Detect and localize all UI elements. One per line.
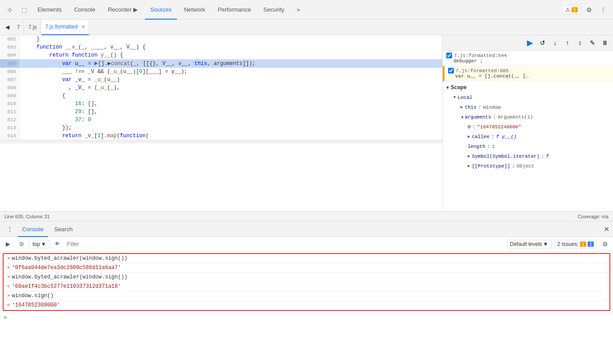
console-toolbar: ▶ ⊘ top ▼ 👁 Default levels ▼ 2 Issues: 1… bbox=[0, 237, 613, 251]
console-input-row: > bbox=[0, 313, 613, 323]
callee-expand[interactable]: ▶ bbox=[468, 133, 470, 141]
step-button[interactable]: ↕ bbox=[575, 37, 585, 48]
callstack-item-2: 7.js:formatted:605 var u__ = [].concat(_… bbox=[443, 66, 613, 81]
step-into-button[interactable]: ↓ bbox=[550, 37, 560, 48]
code-area: 602 } 603 function __v_(_, ____, v__, V_… bbox=[0, 35, 613, 211]
proto-expand[interactable]: ▶ bbox=[468, 162, 470, 170]
symbol-expand[interactable]: ▶ bbox=[468, 152, 470, 160]
back-button[interactable]: ◀ bbox=[2, 22, 12, 33]
scope-callee: ▶ callee : f y__() bbox=[450, 132, 613, 142]
more-menu-button[interactable]: ⋮ bbox=[597, 4, 609, 16]
args-key: arguments bbox=[465, 113, 491, 121]
file-tab-7js-formatted[interactable]: 7.js:formatted ✕ bbox=[41, 20, 89, 35]
resume-button[interactable]: ▶ bbox=[525, 37, 535, 48]
settings-button[interactable]: ⚙ bbox=[583, 4, 595, 16]
file-tab-7js[interactable]: 7.js bbox=[25, 20, 41, 35]
scope-arguments: ▼ arguments : Arguments(1) bbox=[450, 112, 613, 122]
horizontal-scrollbar[interactable] bbox=[0, 140, 442, 143]
tab-network[interactable]: Network bbox=[179, 0, 211, 20]
console-output[interactable]: > window.byted_acrawler(window.sign()) <… bbox=[0, 251, 613, 364]
arg-0-val: "1647852240000" bbox=[477, 123, 521, 131]
entry-arrow-2: < bbox=[7, 265, 10, 270]
step-into-icon: ↓ bbox=[554, 39, 557, 46]
callee-val: f y__() bbox=[496, 133, 517, 141]
console-tab-console[interactable]: Console bbox=[18, 221, 48, 237]
console-input[interactable] bbox=[9, 315, 609, 321]
step-out-button[interactable]: ↑ bbox=[562, 37, 573, 48]
line-content: var _v_ = _u_(u__) bbox=[20, 76, 442, 84]
tab-console[interactable]: Console bbox=[69, 0, 101, 20]
scope-header[interactable]: ▼ Scope bbox=[443, 83, 613, 93]
tab-performance[interactable]: Performance bbox=[212, 0, 256, 20]
default-levels-label: Default levels bbox=[510, 241, 542, 247]
code-line-612: 612 37: 0 bbox=[0, 116, 442, 124]
block-button[interactable]: ⊘ bbox=[16, 239, 27, 249]
callstack-file-2: 7.js:formatted:605 bbox=[456, 68, 509, 74]
scope-local: ▼ Local ▶ this : Window ▼ bbox=[443, 93, 613, 171]
tab-elements[interactable]: Elements bbox=[32, 0, 67, 20]
step-over-icon: ↺ bbox=[540, 39, 545, 46]
entry-text-1: window.byted_acrawler(window.sign()) bbox=[12, 255, 606, 262]
entry-text-2: '0f6aa044de7ea3dc2809c586d11a6aa7' bbox=[12, 265, 121, 271]
line-number: 604 bbox=[0, 51, 20, 59]
entry-arrow-6: < bbox=[7, 303, 10, 308]
proto-val: Object bbox=[517, 162, 535, 170]
code-line-604: 604 return function y__() { bbox=[0, 51, 442, 59]
pause-button[interactable]: ⏸ bbox=[600, 37, 610, 48]
callstack-checkbox-1[interactable] bbox=[446, 53, 452, 58]
eye-icon: 👁 bbox=[54, 241, 60, 247]
toggle-panel-button[interactable]: ⬚ bbox=[18, 4, 30, 16]
cursor-icon-button[interactable]: ⊹ bbox=[4, 4, 16, 16]
eye-button[interactable]: 👁 bbox=[52, 239, 63, 249]
callstack-entry-2[interactable]: 7.js:formatted:605 var u__ = [].concat(_… bbox=[443, 66, 613, 81]
file-tab-7[interactable]: 7 bbox=[13, 20, 24, 35]
deactivate-icon: ✎ bbox=[590, 39, 595, 46]
filter-input[interactable] bbox=[66, 240, 504, 248]
console-gear-icon: ⚙ bbox=[602, 241, 608, 248]
entry-text-6: '1647852309000' bbox=[12, 302, 60, 308]
context-dropdown-arrow: ▼ bbox=[41, 241, 46, 247]
tab-more[interactable]: » bbox=[292, 0, 305, 20]
tab-recorder[interactable]: Recorder ▶ bbox=[103, 0, 143, 20]
status-bar: Line 605, Column 31 Coverage: n/a bbox=[0, 211, 613, 221]
console-settings-button[interactable]: ⚙ bbox=[600, 239, 610, 249]
step-out-icon: ↑ bbox=[566, 39, 569, 46]
args-expand[interactable]: ▼ bbox=[458, 116, 466, 118]
console-entry-5: > window.sign() bbox=[4, 291, 609, 301]
scope-section: ▼ Scope ▼ Local ▶ this : Wind bbox=[443, 81, 613, 173]
step-over-button[interactable]: ↺ bbox=[537, 37, 548, 48]
code-line-610: 610 16: [], bbox=[0, 100, 442, 108]
console-entry-2: < '0f6aa044de7ea3dc2809c586d11a6aa7' bbox=[4, 263, 609, 273]
callstack-entry-1[interactable]: 7.js:formatted:544 debugger ; bbox=[443, 51, 613, 66]
scope-arg-0: 0 : "1647852240000" bbox=[450, 122, 613, 132]
deactivate-button[interactable]: ✎ bbox=[587, 37, 598, 48]
code-editor[interactable]: 602 } 603 function __v_(_, ____, v__, V_… bbox=[0, 35, 442, 211]
file-tab-close[interactable]: ✕ bbox=[81, 24, 85, 30]
context-select[interactable]: top ▼ bbox=[29, 240, 49, 249]
code-line-611: 611 29: [], bbox=[0, 108, 442, 116]
this-expand[interactable]: ▶ bbox=[461, 103, 463, 111]
console-tab-search[interactable]: Search bbox=[50, 221, 77, 237]
line-number: 611 bbox=[0, 108, 20, 116]
console-close-button[interactable]: ✕ bbox=[604, 225, 609, 233]
issues-badge[interactable]: ⚠ 1 bbox=[562, 5, 581, 14]
symbol-val: f bbox=[546, 152, 549, 160]
step-icon: ↕ bbox=[579, 39, 582, 46]
execute-context-button[interactable]: ▶ bbox=[3, 239, 13, 249]
code-line-609: 609 { bbox=[0, 92, 442, 100]
code-line-608: 608 , _V_ = (_u_(_), bbox=[0, 84, 442, 92]
local-header[interactable]: ▼ Local bbox=[450, 93, 613, 102]
line-number: 612 bbox=[0, 116, 20, 124]
issues-count-badge[interactable]: 2 Issues: 1 1 bbox=[554, 240, 597, 249]
tab-sources[interactable]: Sources bbox=[145, 0, 177, 20]
tab-security[interactable]: Security bbox=[258, 0, 290, 20]
default-levels-dropdown[interactable]: Default levels ▼ bbox=[507, 240, 551, 249]
file-tab-label: 7.js bbox=[29, 24, 37, 30]
code-line-605: 605 var u__ = ▶[].▶concat(_, [[{}, V__, … bbox=[0, 59, 442, 68]
callstack-checkbox-2[interactable] bbox=[448, 68, 454, 74]
line-number: 606 bbox=[0, 68, 20, 76]
console-dots-menu[interactable]: ⋮ bbox=[4, 223, 16, 235]
entry-arrow-1: > bbox=[7, 256, 10, 261]
line-content: 16: [], bbox=[20, 100, 442, 108]
this-key: this bbox=[465, 103, 476, 111]
